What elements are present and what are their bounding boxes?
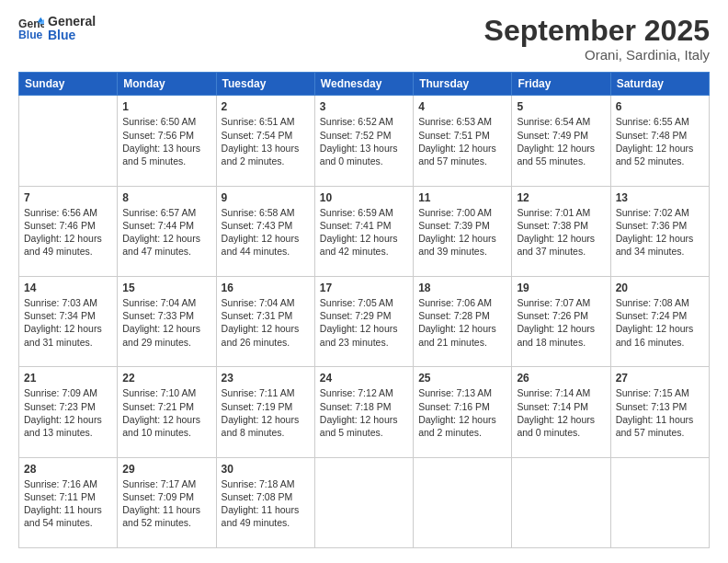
day-cell: 21Sunrise: 7:09 AMSunset: 7:23 PMDayligh… bbox=[19, 367, 118, 457]
daylight-text: Daylight: 12 hours and 18 minutes. bbox=[517, 323, 595, 347]
day-cell bbox=[314, 457, 413, 547]
sunrise-text: Sunrise: 7:07 AM bbox=[517, 297, 590, 308]
sunset-text: Sunset: 7:38 PM bbox=[517, 220, 588, 231]
sunrise-text: Sunrise: 7:13 AM bbox=[418, 387, 492, 398]
daylight-text: Daylight: 11 hours and 54 minutes. bbox=[24, 504, 102, 528]
day-number: 2 bbox=[222, 99, 310, 114]
day-cell: 26Sunrise: 7:14 AMSunset: 7:14 PMDayligh… bbox=[512, 367, 610, 457]
week-row-1: 7Sunrise: 6:56 AMSunset: 7:46 PMDaylight… bbox=[19, 186, 710, 276]
sunset-text: Sunset: 7:16 PM bbox=[418, 401, 490, 412]
col-header-monday: Monday bbox=[118, 73, 216, 96]
sunset-text: Sunset: 7:33 PM bbox=[122, 310, 194, 321]
sunset-text: Sunset: 7:26 PM bbox=[517, 310, 588, 321]
daylight-text: Daylight: 12 hours and 26 minutes. bbox=[222, 323, 300, 347]
sunrise-text: Sunrise: 7:15 AM bbox=[616, 387, 689, 398]
day-number: 7 bbox=[24, 190, 112, 205]
daylight-text: Daylight: 12 hours and 21 minutes. bbox=[418, 323, 496, 347]
day-number: 14 bbox=[24, 281, 112, 295]
sunrise-text: Sunrise: 7:17 AM bbox=[122, 478, 196, 489]
day-cell bbox=[19, 96, 118, 186]
day-cell: 29Sunrise: 7:17 AMSunset: 7:09 PMDayligh… bbox=[118, 457, 216, 547]
day-cell: 20Sunrise: 7:08 AMSunset: 7:24 PMDayligh… bbox=[610, 276, 709, 366]
sunset-text: Sunset: 7:08 PM bbox=[222, 491, 293, 502]
day-number: 16 bbox=[222, 281, 310, 295]
daylight-text: Daylight: 11 hours and 52 minutes. bbox=[122, 504, 200, 528]
sunset-text: Sunset: 7:09 PM bbox=[122, 491, 194, 502]
daylight-text: Daylight: 13 hours and 5 minutes. bbox=[122, 143, 200, 167]
day-cell: 25Sunrise: 7:13 AMSunset: 7:16 PMDayligh… bbox=[414, 367, 512, 457]
sunrise-text: Sunrise: 7:18 AM bbox=[222, 478, 295, 489]
day-number: 3 bbox=[320, 99, 408, 114]
sunrise-text: Sunrise: 6:51 AM bbox=[222, 116, 295, 127]
col-header-saturday: Saturday bbox=[610, 73, 709, 96]
daylight-text: Daylight: 12 hours and 57 minutes. bbox=[418, 143, 496, 167]
sunrise-text: Sunrise: 7:01 AM bbox=[517, 207, 590, 218]
day-number: 15 bbox=[122, 281, 210, 295]
day-cell: 4Sunrise: 6:53 AMSunset: 7:51 PMDaylight… bbox=[414, 96, 512, 186]
sunrise-text: Sunrise: 6:56 AM bbox=[24, 207, 97, 218]
day-number: 17 bbox=[320, 281, 408, 295]
sunrise-text: Sunrise: 7:10 AM bbox=[122, 387, 196, 398]
col-header-wednesday: Wednesday bbox=[314, 73, 413, 96]
sunrise-text: Sunrise: 7:08 AM bbox=[616, 297, 689, 308]
sunrise-text: Sunrise: 7:09 AM bbox=[24, 387, 97, 398]
daylight-text: Daylight: 12 hours and 44 minutes. bbox=[222, 233, 300, 257]
day-number: 19 bbox=[517, 281, 605, 295]
header-row: SundayMondayTuesdayWednesdayThursdayFrid… bbox=[19, 73, 710, 96]
sunset-text: Sunset: 7:44 PM bbox=[122, 220, 194, 231]
day-number: 1 bbox=[122, 99, 210, 114]
day-cell: 6Sunrise: 6:55 AMSunset: 7:48 PMDaylight… bbox=[610, 96, 709, 186]
sunset-text: Sunset: 7:34 PM bbox=[24, 310, 96, 321]
week-row-4: 28Sunrise: 7:16 AMSunset: 7:11 PMDayligh… bbox=[19, 457, 710, 547]
sunrise-text: Sunrise: 7:06 AM bbox=[418, 297, 492, 308]
day-number: 26 bbox=[517, 371, 605, 385]
day-cell bbox=[512, 457, 610, 547]
day-cell: 9Sunrise: 6:58 AMSunset: 7:43 PMDaylight… bbox=[216, 186, 314, 276]
day-number: 29 bbox=[122, 462, 210, 477]
sunset-text: Sunset: 7:48 PM bbox=[616, 130, 688, 141]
daylight-text: Daylight: 12 hours and 39 minutes. bbox=[418, 233, 496, 257]
sunset-text: Sunset: 7:46 PM bbox=[24, 220, 96, 231]
sunrise-text: Sunrise: 6:53 AM bbox=[418, 116, 492, 127]
day-number: 6 bbox=[616, 99, 704, 114]
day-number: 20 bbox=[616, 281, 704, 295]
daylight-text: Daylight: 12 hours and 13 minutes. bbox=[24, 414, 102, 438]
day-number: 21 bbox=[24, 371, 112, 385]
day-number: 23 bbox=[222, 371, 310, 385]
logo: General Blue General Blue bbox=[18, 15, 96, 43]
day-cell: 10Sunrise: 6:59 AMSunset: 7:41 PMDayligh… bbox=[314, 186, 413, 276]
sunset-text: Sunset: 7:23 PM bbox=[24, 401, 96, 412]
sunrise-text: Sunrise: 6:50 AM bbox=[122, 116, 196, 127]
daylight-text: Daylight: 12 hours and 37 minutes. bbox=[517, 233, 595, 257]
sunset-text: Sunset: 7:52 PM bbox=[320, 130, 392, 141]
week-row-2: 14Sunrise: 7:03 AMSunset: 7:34 PMDayligh… bbox=[19, 276, 710, 366]
col-header-friday: Friday bbox=[512, 73, 610, 96]
calendar-table: SundayMondayTuesdayWednesdayThursdayFrid… bbox=[18, 72, 710, 548]
day-cell: 3Sunrise: 6:52 AMSunset: 7:52 PMDaylight… bbox=[314, 96, 413, 186]
week-row-0: 1Sunrise: 6:50 AMSunset: 7:56 PMDaylight… bbox=[19, 96, 710, 186]
month-title: September 2025 bbox=[484, 15, 710, 47]
sunset-text: Sunset: 7:56 PM bbox=[122, 130, 194, 141]
daylight-text: Daylight: 11 hours and 49 minutes. bbox=[222, 504, 300, 528]
day-cell: 5Sunrise: 6:54 AMSunset: 7:49 PMDaylight… bbox=[512, 96, 610, 186]
sunrise-text: Sunrise: 6:58 AM bbox=[222, 207, 295, 218]
day-number: 11 bbox=[418, 190, 506, 205]
daylight-text: Daylight: 12 hours and 55 minutes. bbox=[517, 143, 595, 167]
logo-icon: General Blue bbox=[18, 16, 44, 41]
col-header-tuesday: Tuesday bbox=[216, 73, 314, 96]
daylight-text: Daylight: 12 hours and 31 minutes. bbox=[24, 323, 102, 347]
sunset-text: Sunset: 7:19 PM bbox=[222, 401, 293, 412]
day-number: 30 bbox=[222, 462, 310, 477]
daylight-text: Daylight: 12 hours and 52 minutes. bbox=[616, 143, 694, 167]
day-cell: 28Sunrise: 7:16 AMSunset: 7:11 PMDayligh… bbox=[19, 457, 118, 547]
daylight-text: Daylight: 12 hours and 2 minutes. bbox=[418, 414, 496, 438]
sunrise-text: Sunrise: 6:54 AM bbox=[517, 116, 590, 127]
sunset-text: Sunset: 7:11 PM bbox=[24, 491, 96, 502]
sunrise-text: Sunrise: 7:04 AM bbox=[222, 297, 295, 308]
header: General Blue General Blue September 2025… bbox=[18, 15, 710, 63]
daylight-text: Daylight: 12 hours and 42 minutes. bbox=[320, 233, 398, 257]
sunset-text: Sunset: 7:49 PM bbox=[517, 130, 588, 141]
day-cell: 17Sunrise: 7:05 AMSunset: 7:29 PMDayligh… bbox=[314, 276, 413, 366]
sunrise-text: Sunrise: 7:02 AM bbox=[616, 207, 689, 218]
day-cell: 1Sunrise: 6:50 AMSunset: 7:56 PMDaylight… bbox=[118, 96, 216, 186]
